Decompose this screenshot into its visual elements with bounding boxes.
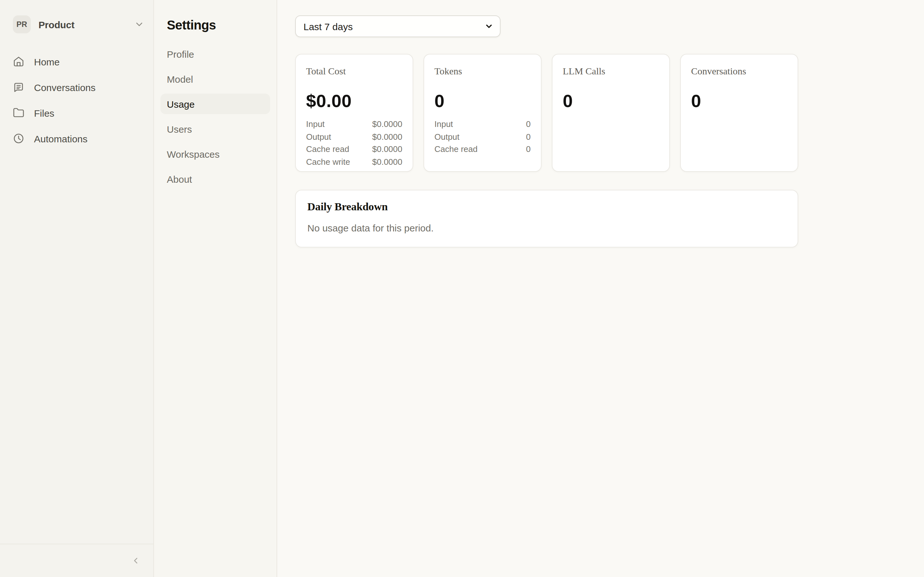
- stat-value: $0.0000: [372, 155, 402, 168]
- sidebar-item-label: Automations: [34, 133, 87, 144]
- usage-stat-cards: Total Cost $0.00 Input $0.0000 Output $0…: [295, 54, 798, 172]
- stat-value: $0.0000: [372, 143, 402, 155]
- stat-label: Input: [435, 118, 453, 131]
- stat-row: Cache read 0: [435, 143, 531, 155]
- stat-row: Cache write $0.0000: [306, 155, 402, 168]
- stat-value: 0: [526, 143, 531, 155]
- date-range-select-wrap: Last 7 days: [295, 15, 501, 37]
- conversations-value: 0: [691, 92, 787, 110]
- stat-value: 0: [526, 118, 531, 131]
- sidebar-item-label: Conversations: [34, 82, 95, 93]
- sidebar-item-files[interactable]: Files: [0, 100, 153, 126]
- stat-value: 0: [526, 131, 531, 143]
- sidebar-item-label: Home: [34, 56, 60, 67]
- daily-breakdown-title: Daily Breakdown: [307, 201, 786, 213]
- workspace-initials: PR: [16, 20, 27, 29]
- clock-icon: [13, 133, 24, 144]
- card-title: LLM Calls: [563, 65, 659, 77]
- app-window: PR Product Home Conversations: [0, 0, 924, 577]
- sidebar-item-conversations[interactable]: Conversations: [0, 74, 153, 100]
- workspace-avatar: PR: [13, 15, 31, 33]
- stat-value: $0.0000: [372, 118, 402, 131]
- card-title: Conversations: [691, 65, 787, 77]
- card-rows: Input 0 Output 0 Cache read 0: [435, 118, 531, 155]
- primary-sidebar: PR Product Home Conversations: [0, 0, 154, 577]
- daily-breakdown-empty-message: No usage data for this period.: [307, 222, 786, 235]
- total-cost-card: Total Cost $0.00 Input $0.0000 Output $0…: [295, 54, 413, 172]
- collapse-sidebar-button[interactable]: [128, 553, 143, 568]
- settings-nav-item-about[interactable]: About: [160, 169, 270, 189]
- tokens-card: Tokens 0 Input 0 Output 0 Cache read 0: [423, 54, 541, 172]
- settings-nav-item-users[interactable]: Users: [160, 119, 270, 139]
- settings-title: Settings: [167, 18, 264, 33]
- settings-nav-item-model[interactable]: Model: [160, 69, 270, 89]
- stat-row: Input 0: [435, 118, 531, 131]
- stat-row: Output 0: [435, 131, 531, 143]
- chevron-down-icon: [134, 19, 144, 29]
- stat-label: Output: [306, 131, 331, 143]
- folder-icon: [13, 107, 24, 119]
- stat-label: Cache read: [306, 143, 349, 155]
- daily-breakdown-card: Daily Breakdown No usage data for this p…: [295, 190, 798, 247]
- date-range-select[interactable]: Last 7 days: [295, 15, 501, 37]
- sidebar-item-automations[interactable]: Automations: [0, 126, 153, 151]
- stat-label: Input: [306, 118, 325, 131]
- stat-value: $0.0000: [372, 131, 402, 143]
- conversations-card: Conversations 0: [680, 54, 798, 172]
- settings-nav-item-profile[interactable]: Profile: [160, 44, 270, 64]
- settings-nav-item-usage[interactable]: Usage: [160, 93, 270, 114]
- stat-label: Output: [435, 131, 459, 143]
- stat-label: Cache write: [306, 155, 350, 168]
- usage-page: Last 7 days Total Cost $0.00 Input $0.00…: [277, 0, 924, 577]
- total-cost-value: $0.00: [306, 92, 402, 110]
- sidebar-item-home[interactable]: Home: [0, 49, 153, 74]
- card-title: Tokens: [435, 65, 531, 77]
- settings-nav: Profile Model Usage Users Workspaces Abo…: [160, 44, 270, 189]
- card-title: Total Cost: [306, 65, 402, 77]
- stat-row: Input $0.0000: [306, 118, 402, 131]
- llm-calls-value: 0: [563, 92, 659, 110]
- chevron-left-icon: [131, 556, 140, 566]
- stat-row: Cache read $0.0000: [306, 143, 402, 155]
- workspace-switcher[interactable]: PR Product: [13, 15, 144, 33]
- primary-nav: Home Conversations Files Automations: [0, 49, 153, 151]
- settings-nav-item-workspaces[interactable]: Workspaces: [160, 143, 270, 164]
- tokens-value: 0: [435, 92, 531, 110]
- llm-calls-card: LLM Calls 0: [552, 54, 670, 172]
- sidebar-footer: [0, 544, 153, 577]
- settings-sidebar: Settings Profile Model Usage Users Works…: [154, 0, 277, 577]
- conversations-icon: [13, 81, 24, 93]
- card-rows: Input $0.0000 Output $0.0000 Cache read …: [306, 118, 402, 168]
- home-icon: [13, 56, 24, 67]
- workspace-name: Product: [39, 19, 74, 30]
- stat-label: Cache read: [435, 143, 477, 155]
- stat-row: Output $0.0000: [306, 131, 402, 143]
- sidebar-item-label: Files: [34, 107, 54, 118]
